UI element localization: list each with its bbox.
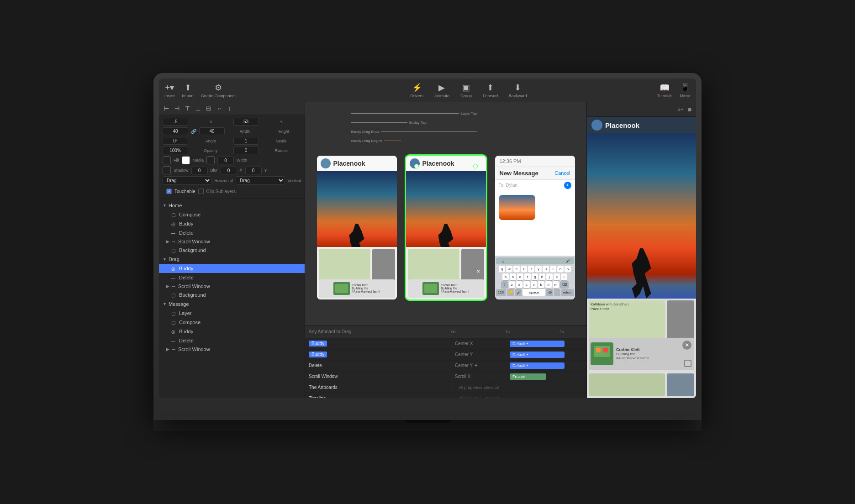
artboard-drag[interactable]: Placenook Kathleen with JonathanPuzzle t… (406, 156, 486, 299)
drag-vertical-select[interactable]: Drag (236, 176, 285, 185)
key-n[interactable]: n (545, 281, 552, 288)
record-button[interactable]: ⏺ (687, 106, 692, 113)
align-center-v-button[interactable]: ⊟ (205, 104, 212, 113)
layer-buddy-msg[interactable]: ◎ Buddy (159, 327, 305, 336)
undo-button[interactable]: ↩ (678, 106, 683, 113)
key-b[interactable]: b (538, 281, 544, 288)
key-x[interactable]: x (516, 281, 522, 288)
tutorials-button[interactable]: 📖 Tutorials (657, 83, 672, 98)
key-c[interactable]: c (523, 281, 530, 288)
key-delete[interactable]: ⌫ (560, 281, 569, 288)
stroke-swatch[interactable] (206, 156, 215, 164)
layer-delete-home[interactable]: — Delete (159, 228, 305, 237)
align-center-h-button[interactable]: ⊣ (173, 104, 181, 113)
layer-scroll-msg[interactable]: ▶ ↔ Scroll Window (159, 345, 305, 353)
align-right-button[interactable]: ⊤ (184, 104, 191, 113)
section-message[interactable]: ▼ Message (159, 299, 305, 309)
key-o[interactable]: o (557, 266, 564, 273)
key-return[interactable]: return (561, 289, 574, 296)
mirror-button[interactable]: 📱 Mirror (680, 83, 691, 98)
y-field[interactable] (233, 118, 259, 126)
media-swatch[interactable] (182, 156, 190, 164)
scale-field[interactable] (233, 137, 259, 145)
key-t[interactable]: t (528, 266, 534, 273)
key-a[interactable]: a (502, 273, 509, 280)
layer-buddy-home[interactable]: ◎ Buddy (159, 219, 305, 228)
height-field[interactable] (199, 127, 225, 135)
msg-input-bar[interactable]: 🔍 🎤 (496, 257, 574, 264)
layer-bg-home[interactable]: ▢ Background (159, 246, 305, 255)
drivers-button[interactable]: ⚡ Drivers (410, 83, 423, 98)
key-q[interactable]: q (499, 266, 505, 273)
layer-delete-drag[interactable]: — Delete (159, 273, 305, 282)
key-r[interactable]: r (521, 266, 527, 273)
key-i[interactable]: i (550, 266, 556, 273)
key-m[interactable]: m (553, 281, 559, 288)
x-field[interactable] (163, 118, 188, 126)
key-d[interactable]: d (517, 273, 523, 280)
angle-field[interactable] (163, 137, 188, 145)
layer-scroll-drag[interactable]: ▶ ↔ Scroll Window (159, 282, 305, 290)
key-space[interactable]: space (522, 289, 545, 296)
align-top-button[interactable]: ⊥ (194, 104, 202, 113)
insert-button[interactable]: +▾ Insert (164, 83, 175, 98)
blur-field[interactable] (191, 167, 208, 174)
key-h[interactable]: h (539, 273, 545, 280)
key-shift[interactable]: ⇧ (501, 281, 508, 288)
radius-field[interactable] (233, 147, 259, 154)
key-mic[interactable]: 🎤 (515, 289, 522, 296)
group-button[interactable]: ▣ Group (460, 83, 472, 98)
close-button[interactable]: ✕ (474, 268, 482, 276)
distribute-h-button[interactable]: ↕ (227, 104, 232, 113)
section-drag[interactable]: ▼ Drag (159, 255, 305, 264)
drag-horizontal-select[interactable]: Drag (163, 176, 211, 185)
opacity-field[interactable] (163, 147, 188, 154)
touchable-checkbox[interactable]: ✓ (166, 189, 172, 194)
forward-button[interactable]: ⬆ Forward (483, 83, 498, 98)
section-home[interactable]: ▼ Home (159, 201, 305, 210)
key-f[interactable]: f (524, 273, 531, 280)
msg-cancel[interactable]: Cancel (554, 170, 570, 176)
width-field[interactable] (163, 127, 188, 135)
key-j[interactable]: j (546, 273, 553, 280)
backward-button[interactable]: ⬇ Backward (509, 83, 527, 98)
preview-close-button[interactable]: ✕ (682, 341, 691, 350)
key-z[interactable]: z (509, 281, 515, 288)
layer-layer[interactable]: ▢ Layer (159, 309, 305, 318)
align-bottom-button[interactable]: ↔ (215, 104, 224, 113)
canvas-content[interactable]: Layer Tap Buddy Tap Buddy Drag Ends (305, 102, 586, 325)
drag-handle-tl[interactable] (414, 164, 419, 168)
layer-compose-msg[interactable]: ▢ Compose (159, 318, 305, 327)
drag-handle-tr[interactable] (473, 164, 478, 168)
key-123[interactable]: 123 (496, 289, 506, 296)
artboard-message[interactable]: 12:36 PM New Message Cancel To: Dylan + (495, 156, 575, 299)
layer-delete-msg[interactable]: — Delete (159, 336, 305, 345)
shadow-x-field[interactable] (221, 167, 237, 174)
key-p[interactable]: p (565, 266, 571, 273)
import-button[interactable]: ⬆ Import (182, 83, 194, 98)
layer-scroll-home[interactable]: ▶ ↔ Scroll Window (159, 237, 305, 246)
key-period[interactable]: . (554, 289, 560, 296)
key-emoji[interactable]: 😊 (507, 289, 514, 296)
fill-swatch[interactable] (163, 156, 171, 164)
key-k[interactable]: k (554, 273, 560, 280)
key-v[interactable]: v (531, 281, 537, 288)
animate-button[interactable]: ▶ Animate (434, 83, 449, 98)
layer-bg-drag[interactable]: ▢ Background (159, 290, 305, 299)
create-component-button[interactable]: ⚙ Create Component (201, 83, 236, 98)
key-s[interactable]: s (510, 273, 516, 280)
layer-compose[interactable]: ▢ Compose (159, 210, 305, 219)
key-l[interactable]: l (561, 273, 567, 280)
msg-add-button[interactable]: + (564, 182, 571, 189)
key-g[interactable]: g (532, 273, 538, 280)
key-y[interactable]: y (535, 266, 542, 273)
shadow-swatch[interactable] (163, 166, 171, 174)
key-e[interactable]: e (513, 266, 520, 273)
key-u[interactable]: u (543, 266, 549, 273)
layer-buddy-drag[interactable]: ◎ Buddy (159, 264, 305, 273)
shadow-y-field[interactable] (245, 167, 262, 174)
clip-sublayers-checkbox[interactable] (198, 189, 204, 194)
key-w[interactable]: w (506, 266, 512, 273)
key-at[interactable]: @ (546, 289, 553, 296)
stroke-width-field[interactable] (217, 157, 234, 164)
